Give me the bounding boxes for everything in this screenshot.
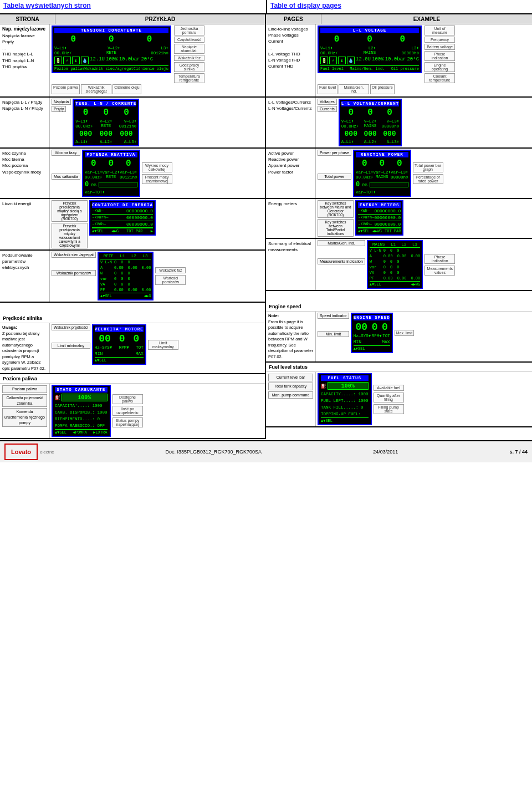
- lbl-ln-curr: L-N Voltages/Currents: [268, 105, 313, 111]
- voltages-inner-left: Nap. międzyfazowe Napięcia fazowe Prądy …: [0, 24, 265, 96]
- screen-potenza-row3: var—TOT⬆: [85, 190, 137, 195]
- eng-tot: 0: [134, 333, 140, 344]
- icon-oil: 💧: [81, 57, 89, 64]
- engine-inner-left: Uwaga: Z poziomu tej strony możliwe jest…: [0, 323, 265, 373]
- lbl-man-pump: Man. pump command: [268, 391, 313, 399]
- sum-row-var-r: var 000: [370, 264, 420, 270]
- screen-summary-cols: RETE L1 L2 L3: [100, 254, 151, 259]
- screen-engine-bottom: ▲▼SEL: [354, 345, 390, 351]
- screen-carburante-title: STATO CARBURANTE: [55, 387, 108, 393]
- rval-l1: 0: [334, 34, 340, 44]
- sum-row-vln: V L-N 000: [100, 259, 151, 265]
- ann-available-fuel: Available fuel: [374, 385, 404, 391]
- power-inner-left: Moc czynna Moc bierna Moc pozorna Współc…: [0, 149, 265, 198]
- engine-content-right: Speed indicator Min. limit ENGINE SPEED …: [316, 312, 532, 361]
- lbl-key-mains: Key switches between Mains and Generator…: [318, 200, 354, 218]
- sum-row-w-r: W 000: [370, 259, 420, 264]
- ann-coolant: Coolant temperature: [424, 73, 455, 83]
- val-ll2: 0: [103, 108, 109, 118]
- fuel-ann-right: Available fuel Quantity after filling Fi…: [374, 373, 404, 425]
- summary-display-left: Wskaźnik siec /agregat Wskaźnik pomiarów…: [52, 252, 186, 300]
- screen-ll-v-bottom: Fuel level Mains/Gen. ind. Oil pressure: [320, 65, 419, 71]
- voltages-display-row-right: L-L VOLTAGE 0 0 0 V—L1⬆L2⬆L3⬆: [318, 26, 455, 83]
- summary-ann-right: Phase indication Measurements values: [424, 240, 455, 289]
- screen-tensioni-row1: V—L1⬆V—L2⬆L3⬆: [54, 45, 168, 50]
- ann-fill-pump: Filling pump state: [374, 404, 404, 414]
- right-title-block: Table of display pages: [266, 0, 532, 13]
- sum-row-a: A 0.000.000.00: [100, 265, 151, 271]
- energy-labels-right: Energy meters: [266, 199, 316, 238]
- label-fazowe: Napięcia fazowe: [2, 33, 47, 39]
- lbl-liczniki: Liczniki energii: [2, 201, 47, 207]
- footer-logo: Lovato electric: [4, 444, 54, 460]
- label-dots-l: ...: [2, 45, 47, 51]
- footer-doc: Doc: I335PLGB0312_RGK700_RGK700SA: [165, 449, 262, 455]
- right-example-header: EXAMPLE: [321, 14, 532, 24]
- lbl-active-power: Active power: [268, 150, 313, 156]
- fuel-display-right: FUEL STATUS ⛽ 100% CAPACITY.....: 1000 F…: [318, 373, 404, 425]
- rval-ll1: 0: [348, 108, 354, 118]
- voltages-content-right: L-L VOLTAGE 0 0 0 V—L1⬆L2⬆L3⬆: [316, 24, 532, 96]
- power-bar-graph-r: [370, 182, 408, 187]
- sum-row-va-r: VA 000: [370, 270, 420, 276]
- ll-ln-display-right: Voltages Currents L-L VOLTAGE/CURRENT 0 …: [318, 99, 402, 146]
- ann-frequency: Frequency: [424, 37, 455, 43]
- section-ll-ln-left: Napięcia L-L / Prądy Napięcia L-N / Prąd…: [0, 98, 265, 149]
- lbl-line-to-line: Line-to-line voltages: [268, 26, 313, 32]
- power-content-left: Moc na fazę Moc całkowita POTENZA REATTI…: [50, 149, 265, 198]
- sum-row-pf: PF 0.000.000.00: [100, 287, 151, 293]
- voltages-screen-left: TENSIONI CONCATENATE 0 0 0 V—L1⬆V—L2⬆L3⬆: [52, 26, 171, 73]
- screen-contatori-bottom: ▲▼SEL ◀▶G TOT PAR ▶: [92, 228, 153, 233]
- power-labels-left: Moc czynna Moc bierna Moc pozorna Współc…: [0, 149, 50, 198]
- fuel-icon-row-r: ⛽ 100%: [321, 381, 369, 391]
- screen-energy-meters: ENERGY METERS -kWh— 00000000.0 -kvarh— 0…: [355, 200, 403, 236]
- lbl-limit-min: Limit minimalny: [52, 343, 90, 349]
- ann-phase-ind-r: Phase indication: [424, 254, 455, 264]
- lbl-ll-thd: L-L voltage THD: [268, 51, 313, 57]
- lbl-min-limit: Min. limit: [318, 331, 349, 337]
- val-ll1: 0: [83, 108, 89, 118]
- power-sub-labels-left: Moc na fazę Moc całkowita: [52, 150, 80, 197]
- right-pages-header: PAGES: [266, 14, 321, 24]
- energy-row-kwh-r: -kWh— 00000000.0: [358, 208, 401, 215]
- lbl-prady: Prądy: [52, 106, 66, 112]
- left-example-header: PRZYKŁAD: [55, 14, 265, 24]
- icon-battery: 🔋: [54, 57, 62, 64]
- screen-reactive-total: 0 0%: [356, 180, 408, 190]
- ann-limit-max: Limit maksymalny: [148, 340, 178, 350]
- lbl-summary-el: Summary of electrical measurements: [268, 241, 313, 253]
- screen-carburante: STATO CARBURANTE ⛽ 100% CAPACITA'....: 1…: [52, 385, 111, 437]
- page-header: Tabela wyświetlanych stron Table of disp…: [0, 0, 532, 14]
- lbl-wspolczynnik: Współczynnik mocy: [2, 169, 47, 175]
- screen-summary-bottom: ▲▼SEL ◀▶G: [100, 293, 151, 298]
- energy-row-kvarh-r: -kvarh— 00000000.0: [358, 215, 401, 221]
- screen-ll-voltage: L-L VOLTAGE 0 0 0 V—L1⬆L2⬆L3⬆: [318, 26, 422, 73]
- power-ann-left: Wykres mocy całkowitej Procent mocy znam…: [142, 150, 172, 197]
- lbl-przycisk-siec: Przycisk przełączania między siecią a ag…: [52, 200, 88, 222]
- screen-fuel-status: FUEL STATUS ⛽ 100% CAPACITY.....: 1000 F…: [318, 373, 372, 425]
- fuel-display-left: STATO CARBURANTE ⛽ 100% CAPACITA'....: 1…: [52, 385, 143, 437]
- engine-sub-left: Wskaźnik prędkości Limit minimalny: [52, 324, 90, 365]
- screen-summary-bottom-r: ▲▼SEL ◀▶WG: [370, 281, 420, 287]
- screen-ll-v-row2: 00.0Hz⚡MAINS00000h⊙: [320, 50, 419, 55]
- section-energy-right: Energy meters Key switches between Mains…: [266, 199, 532, 239]
- engine-display-left: Wskaźnik prędkości Limit minimalny VELOC…: [52, 324, 178, 365]
- voltages-labels-left: Nap. międzyfazowe Napięcia fazowe Prądy …: [0, 24, 50, 96]
- right-col-headers: PAGES EXAMPLE: [266, 14, 532, 24]
- fuel-icon-row: ⛽ 100%: [55, 393, 108, 402]
- sum-row-va: VA 000: [100, 282, 151, 287]
- ll-ln-screen-left: TENS. L-N / CORRENTE 0 0 0 V—L1⬆V—L2⬆V—L…: [73, 99, 139, 146]
- footer-page: s. 7 / 44: [509, 449, 528, 455]
- screen-velocita-bottom: ▲▼SEL: [95, 357, 144, 363]
- engine-screen-left: VELOCITA' MOTORE 00 0 0 Hz—SYS▼ RPM▼ TOT: [92, 324, 146, 365]
- voltages-screen-right: L-L VOLTAGE 0 0 0 V—L1⬆L2⬆L3⬆: [318, 26, 422, 73]
- screen-ll-vc-row1: V—L1⬆V—L2⬆V—L3⬆: [341, 119, 400, 124]
- lbl-power-per-phase: Power per phase: [318, 150, 351, 156]
- summary-inner-right: Summary of electrical measurements Mains…: [266, 239, 532, 290]
- column-headers: STRONA PRZYKŁAD PAGES EXAMPLE: [0, 14, 532, 24]
- screen-velocita: VELOCITA' MOTORE 00 0 0 Hz—SYS▼ RPM▼ TOT: [92, 324, 146, 365]
- icon-temp-r: 🌡: [338, 57, 346, 64]
- logo-text: Lovato: [11, 449, 31, 455]
- rval-i2: 000: [364, 130, 376, 138]
- fuel-screen-right: FUEL STATUS ⛽ 100% CAPACITY.....: 1000 F…: [318, 373, 372, 425]
